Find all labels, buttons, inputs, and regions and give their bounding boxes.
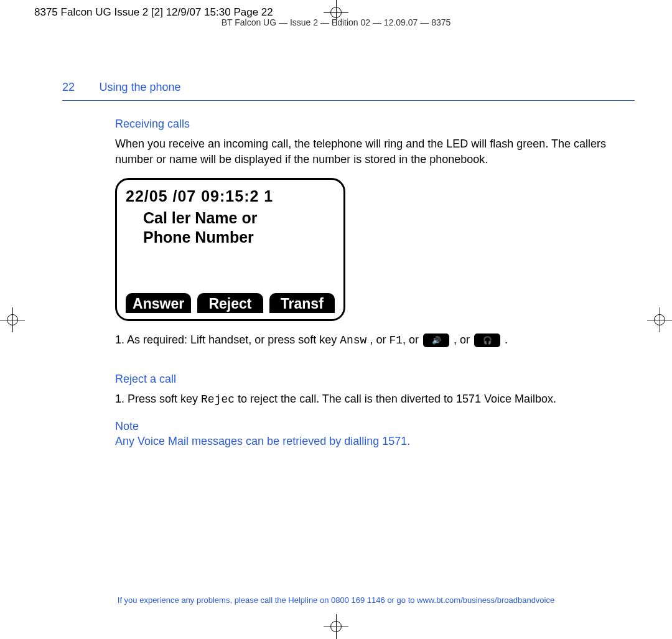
section-title: Using the phone (99, 81, 180, 93)
page-number: 22 (62, 81, 96, 94)
page-footer: If you experience any problems, please c… (0, 595, 672, 605)
softkey-reject: Reject (197, 293, 263, 313)
reject-key-rejec: Rejec (201, 393, 235, 406)
printers-mark: 8375 Falcon UG Issue 2 [2] 12/9/07 15:30… (34, 6, 273, 19)
headset-key-icon (474, 333, 500, 347)
step1-key-answ: Answ (340, 334, 366, 347)
header-info: BT Falcon UG — Issue 2 — Edition 02 — 12… (0, 17, 672, 27)
softkey-transf: Transf (269, 293, 335, 313)
speaker-key-icon (423, 333, 449, 347)
step1-key-f1: F1 (389, 334, 403, 347)
phone-display-datetime: 22/05 /07 09:15:2 1 (126, 186, 335, 207)
note-text: Any Voice Mail messages can be retrieved… (115, 434, 635, 449)
step1-or3: , or (450, 333, 473, 346)
step1-period: . (502, 333, 508, 346)
registration-mark-bottom (324, 614, 348, 639)
section-rule (62, 100, 635, 101)
phone-display-caller-line2: Phone Number (143, 228, 335, 247)
receiving-calls-paragraph: When you receive an incoming call, the t… (115, 136, 635, 167)
step1-or1: , or (366, 333, 389, 346)
reject-step-prefix: 1. Press soft key (115, 393, 201, 405)
registration-mark-right (647, 307, 672, 332)
answer-step: 1. As required: Lift handset, or press s… (115, 332, 635, 348)
softkey-answer: Answer (126, 293, 191, 313)
step1-prefix: 1. As required: Lift handset, or press s… (115, 333, 340, 346)
registration-mark-left (0, 307, 25, 332)
note-label: Note (115, 419, 635, 434)
reject-step-suffix: to reject the call. The call is then div… (235, 393, 556, 405)
step1-or2: , or (403, 333, 422, 346)
page-content: 22 Using the phone Receiving calls When … (62, 81, 635, 449)
reject-call-heading: Reject a call (115, 371, 635, 386)
reject-step: 1. Press soft key Rejec to reject the ca… (115, 391, 635, 407)
phone-display-caller-line1: Cal ler Name or (143, 208, 335, 228)
phone-display: 22/05 /07 09:15:2 1 Cal ler Name or Phon… (115, 178, 345, 321)
receiving-calls-heading: Receiving calls (115, 116, 635, 131)
